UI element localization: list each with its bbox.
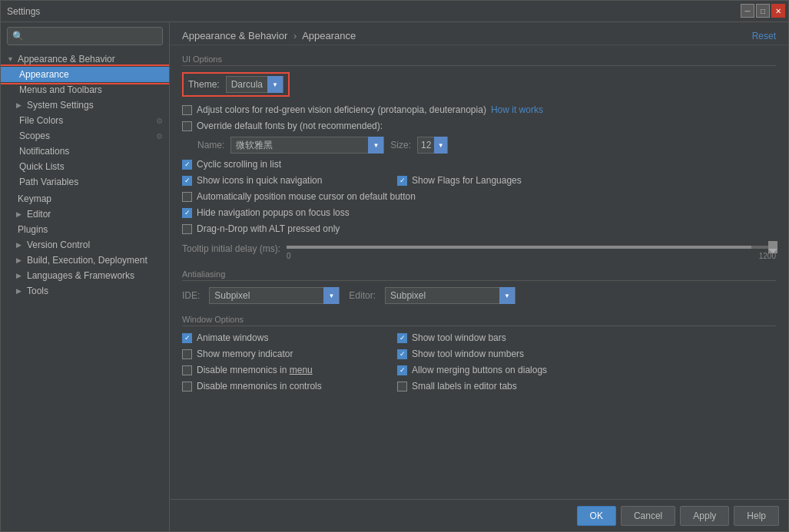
content-panel: Appearance & Behavior › Appearance Reset…: [170, 22, 788, 531]
sidebar-item-label: Scopes: [19, 131, 50, 141]
search-input[interactable]: [27, 31, 157, 41]
theme-value: Darcula: [227, 79, 267, 90]
option-redgreen: Adjust colors for red-green vision defic…: [182, 104, 776, 115]
editor-dropdown-arrow[interactable]: ▼: [499, 287, 515, 304]
sidebar-group-keymap[interactable]: Keymap: [1, 191, 169, 207]
sidebar-item-label: Notifications: [19, 146, 69, 157]
theme-dropdown-arrow[interactable]: ▼: [267, 76, 283, 93]
sidebar-item-quick-lists[interactable]: Quick Lists: [1, 159, 169, 174]
font-size-dropdown-arrow[interactable]: ▼: [434, 137, 447, 154]
help-button[interactable]: Help: [734, 506, 779, 526]
checkbox-disable-mnemonics-menu[interactable]: [182, 365, 192, 375]
checkbox-show-icons[interactable]: [182, 176, 192, 186]
checkbox-override-fonts[interactable]: [182, 121, 192, 131]
sidebar-item-scopes[interactable]: Scopes ⚙: [1, 128, 169, 144]
ide-antialiasing-dropdown[interactable]: Subpixel ▼: [209, 287, 340, 304]
label-dragndrop: Drag-n-Drop with ALT pressed only: [197, 223, 340, 234]
reset-button[interactable]: Reset: [752, 31, 776, 41]
label-small-labels: Small labels in editor tabs: [412, 381, 517, 392]
option-override-fonts: Override default fonts by (not recommend…: [182, 121, 776, 131]
antialiasing-row: IDE: Subpixel ▼ Editor: Subpixel ▼: [182, 287, 776, 304]
label-override-fonts: Override default fonts by (not recommend…: [197, 121, 383, 131]
checkbox-show-flags[interactable]: [397, 176, 407, 186]
checkbox-animate[interactable]: [182, 333, 192, 343]
option-show-tool-bars: Show tool window bars: [397, 332, 582, 343]
label-auto-pos: Automatically position mouse cursor on d…: [197, 191, 416, 202]
search-box[interactable]: 🔍: [7, 27, 163, 45]
sidebar-item-path-variables[interactable]: Path Variables: [1, 174, 169, 190]
label-show-flags: Show Flags for Languages: [412, 175, 522, 186]
sidebar-item-label: File Colors: [19, 115, 63, 126]
ide-dropdown-arrow[interactable]: ▼: [323, 287, 339, 304]
editor-antialiasing-dropdown[interactable]: Subpixel ▼: [385, 287, 516, 304]
font-size-label: Size:: [390, 140, 411, 150]
maximize-button[interactable]: □: [756, 4, 770, 18]
checkbox-disable-mnemonics-ctrl[interactable]: [182, 382, 192, 392]
sidebar-item-system-settings[interactable]: ▶ System Settings: [1, 97, 169, 113]
option-hide-nav: Hide navigation popups on focus loss: [182, 207, 776, 218]
label-disable-mnemonics-menu: Disable mnemonics in menu: [197, 365, 313, 375]
checkbox-allow-merge[interactable]: [397, 365, 407, 375]
checkbox-redgreen[interactable]: [182, 105, 192, 115]
label-show-icons: Show icons in quick navigation: [197, 175, 322, 186]
font-name-dropdown-arrow[interactable]: ▼: [368, 137, 383, 154]
checkbox-hide-nav[interactable]: [182, 208, 192, 218]
group-label: Plugins: [18, 224, 48, 235]
label-cyclic: Cyclic scrolling in list: [197, 159, 281, 170]
checkbox-small-labels[interactable]: [397, 382, 407, 392]
window-controls: ─ □ ✕: [741, 4, 785, 18]
how-it-works-link[interactable]: How it works: [491, 104, 543, 115]
checkbox-show-tool-nums[interactable]: [397, 349, 407, 359]
group-label: Keymap: [18, 193, 51, 204]
apply-button[interactable]: Apply: [680, 506, 729, 526]
close-button[interactable]: ✕: [771, 4, 785, 18]
ok-button[interactable]: OK: [577, 506, 616, 526]
breadcrumb: Appearance & Behavior › Appearance: [182, 30, 356, 41]
checkbox-auto-pos[interactable]: [182, 192, 192, 202]
sidebar-group-languages[interactable]: ▶ Languages & Frameworks: [1, 268, 169, 283]
option-show-tool-nums: Show tool window numbers: [397, 349, 582, 359]
sidebar-item-label: Quick Lists: [19, 161, 65, 172]
sidebar-group-tools[interactable]: ▶ Tools: [1, 283, 169, 299]
cancel-button[interactable]: Cancel: [621, 506, 675, 526]
sidebar-item-menus-toolbars[interactable]: Menus and Toolbars: [1, 82, 169, 97]
main-content: 🔍 ▼ Appearance & Behavior Appearance Men…: [1, 22, 788, 531]
sidebar-group-appearance-behavior[interactable]: ▼ Appearance & Behavior: [1, 51, 169, 67]
sidebar-group-version-control[interactable]: ▶ Version Control: [1, 237, 169, 253]
sidebar: 🔍 ▼ Appearance & Behavior Appearance Men…: [1, 22, 170, 531]
expand-icon: ▶: [16, 241, 24, 249]
option-disable-mnemonics-menu: Disable mnemonics in menu: [182, 365, 366, 375]
slider-thumb[interactable]: [768, 241, 777, 253]
sidebar-item-notifications[interactable]: Notifications: [1, 144, 169, 159]
expand-icon: ▶: [16, 101, 24, 109]
option-small-labels: Small labels in editor tabs: [397, 381, 582, 392]
slider-track[interactable]: [287, 246, 776, 249]
group-label: Editor: [27, 209, 51, 220]
search-icon: 🔍: [12, 31, 24, 41]
checkbox-mem-indicator[interactable]: [182, 349, 192, 359]
checkbox-cyclic[interactable]: [182, 160, 192, 170]
group-label: Version Control: [27, 240, 90, 250]
option-show-flags: Show Flags for Languages: [397, 175, 582, 186]
minimize-button[interactable]: ─: [741, 4, 754, 18]
group-label: Tools: [27, 286, 48, 296]
label-hide-nav: Hide navigation popups on focus loss: [197, 207, 350, 218]
content-header: Appearance & Behavior › Appearance Reset: [170, 22, 788, 45]
sidebar-item-appearance[interactable]: Appearance: [1, 67, 169, 82]
sidebar-group-plugins[interactable]: Plugins: [1, 222, 169, 237]
sidebar-group-build-execution[interactable]: ▶ Build, Execution, Deployment: [1, 253, 169, 268]
label-show-tool-bars: Show tool window bars: [412, 332, 506, 343]
tooltip-slider-row: Tooltip initial delay (ms): 0 1200: [182, 240, 776, 260]
expand-icon: ▶: [16, 287, 24, 295]
checkbox-show-tool-bars[interactable]: [397, 333, 407, 343]
window-options-row2: Show memory indicator Show tool window n…: [182, 349, 776, 365]
sidebar-group-editor[interactable]: ▶ Editor: [1, 207, 169, 222]
checkbox-dragndrop[interactable]: [182, 224, 192, 234]
breadcrumb-separator: ›: [293, 30, 297, 41]
theme-dropdown[interactable]: Darcula ▼: [226, 76, 283, 93]
window-options-section: Window Options Animate windows Show tool…: [182, 315, 776, 397]
option-auto-pos: Automatically position mouse cursor on d…: [182, 191, 776, 202]
label-mem-indicator: Show memory indicator: [197, 349, 293, 359]
antialiasing-label: Antialiasing: [182, 269, 776, 281]
sidebar-item-file-colors[interactable]: File Colors ⚙: [1, 113, 169, 128]
